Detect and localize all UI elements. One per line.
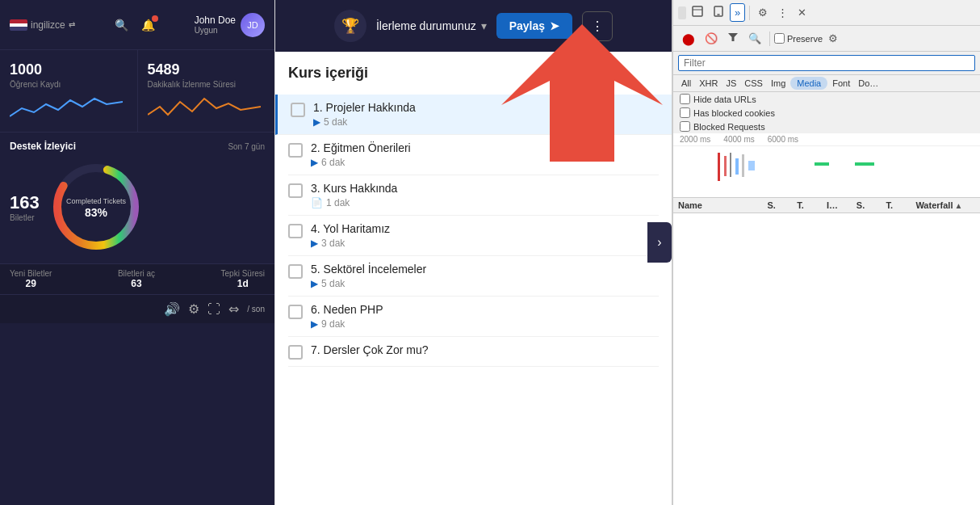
devtools-toolbar: » ⚙ ⋮ ✕ bbox=[673, 0, 980, 26]
record-button[interactable]: ⬤ bbox=[678, 30, 699, 48]
course-checkbox-1[interactable] bbox=[291, 103, 305, 117]
gauge-chart: Completed Tickets 83% bbox=[48, 158, 144, 255]
hide-data-checkbox[interactable] bbox=[680, 94, 690, 104]
device-icon-btn[interactable] bbox=[709, 3, 728, 22]
svg-rect-12 bbox=[724, 156, 727, 176]
settings-icon[interactable]: ⚙ bbox=[188, 301, 199, 317]
bottom-toolbar: 🔊 ⚙ ⛶ ⇔ / son bbox=[0, 294, 274, 323]
stat-label-students: Öğrenci Kaydı bbox=[10, 80, 128, 89]
col-name: Name bbox=[678, 200, 767, 210]
volume-icon[interactable]: 🔊 bbox=[164, 301, 180, 317]
paylas-label: Paylaş bbox=[509, 19, 545, 32]
filter-network-btn[interactable] bbox=[723, 29, 743, 48]
preserve-settings-btn[interactable]: ⚙ bbox=[824, 30, 842, 47]
tab-font[interactable]: Font bbox=[829, 77, 853, 90]
progress-button[interactable]: İlerleme durumunuz ▾ bbox=[376, 19, 487, 32]
tab-css[interactable]: CSS bbox=[741, 77, 766, 90]
play-icon-1: ▶ bbox=[313, 116, 320, 128]
course-checkbox-4[interactable] bbox=[288, 224, 303, 238]
settings-gear-btn[interactable]: ⚙ bbox=[754, 4, 772, 21]
stat-card-duration: 5489 Dakikalık İzlenme Süresi bbox=[138, 50, 275, 132]
filter-tabs: All XHR JS CSS Img Media Font Do… bbox=[673, 75, 980, 92]
blocked-requests-label[interactable]: Blocked Requests bbox=[680, 121, 765, 132]
paylas-button[interactable]: Paylaş ➤ bbox=[496, 13, 572, 39]
more-options-button[interactable]: ⋮ bbox=[582, 11, 613, 41]
tab-do[interactable]: Do… bbox=[855, 77, 882, 90]
share-icon: ➤ bbox=[550, 19, 559, 32]
tab-xhr[interactable]: XHR bbox=[696, 77, 721, 90]
svg-rect-6 bbox=[693, 6, 702, 16]
course-checkbox-3[interactable] bbox=[288, 183, 303, 198]
search-icon[interactable]: 🔍 bbox=[115, 19, 128, 32]
course-item-dur-1: 5 dak bbox=[324, 116, 347, 128]
course-item-meta-5: ▶ 5 dak bbox=[311, 278, 659, 289]
course-checkbox-6[interactable] bbox=[288, 305, 303, 319]
svg-rect-17 bbox=[815, 162, 829, 166]
user-sub: Uygun bbox=[195, 26, 236, 35]
destek-section: Destek İzleyici Son 7 gün 163 Biletler bbox=[0, 133, 274, 263]
hide-data-label[interactable]: Hide data URLs bbox=[680, 94, 756, 104]
expand-panel-btn[interactable]: » bbox=[730, 3, 745, 22]
course-item-info-1: 1. Projeler Hakkında ▶ 5 dak bbox=[313, 101, 659, 128]
tab-all[interactable]: All bbox=[678, 77, 694, 90]
col-t1: T. bbox=[797, 200, 827, 210]
network-table-header: Name S. T. I… S. T. Waterfall ▲ bbox=[673, 198, 980, 213]
course-item-meta-2: ▶ 6 dak bbox=[311, 157, 659, 168]
tab-js[interactable]: JS bbox=[722, 77, 739, 90]
bilet-val: 163 bbox=[10, 192, 40, 213]
course-item-7[interactable]: 7. Dersler Çok Zor mu? bbox=[288, 337, 659, 367]
play-icon-6: ▶ bbox=[311, 318, 318, 330]
svg-rect-16 bbox=[748, 161, 755, 170]
course-item-title-4: 4. Yol Haritamız bbox=[311, 222, 659, 235]
scroll-indicator bbox=[678, 6, 686, 19]
course-content-area[interactable]: Kurs içeriği 1. Projeler Hakkında ▶ 5 da… bbox=[275, 52, 672, 502]
network-rows-area[interactable] bbox=[673, 213, 980, 505]
svg-rect-18 bbox=[855, 162, 874, 166]
course-item-title-5: 5. Sektörel İncelemeler bbox=[311, 263, 659, 276]
tab-img[interactable]: Img bbox=[768, 77, 789, 90]
col-waterfall-label: Waterfall bbox=[915, 200, 953, 210]
preserve-checkbox[interactable] bbox=[774, 33, 785, 44]
destek-content: 163 Biletler bbox=[10, 158, 265, 255]
course-item-2[interactable]: 2. Eğitmen Önerileri ▶ 6 dak bbox=[288, 135, 659, 175]
blocked-requests-checkbox[interactable] bbox=[680, 121, 690, 132]
course-checkbox-5[interactable] bbox=[288, 264, 303, 279]
timeline-area: 2000 ms 4000 ms 6000 ms bbox=[673, 133, 980, 198]
close-devtools-btn[interactable]: ✕ bbox=[794, 4, 810, 21]
clear-button[interactable]: 🚫 bbox=[701, 30, 722, 47]
expand-icon[interactable]: ⛶ bbox=[207, 302, 220, 317]
svg-rect-13 bbox=[730, 153, 731, 177]
bstat-new-tickets: Yeni Biletler 29 bbox=[10, 269, 52, 289]
course-item-6[interactable]: 6. Neden PHP ▶ 9 dak bbox=[288, 297, 659, 337]
course-item-5[interactable]: 5. Sektörel İncelemeler ▶ 5 dak bbox=[288, 256, 659, 297]
course-item-3[interactable]: 3. Kurs Hakkında 📄 1 dak bbox=[288, 175, 659, 216]
course-content-title: Kurs içeriği bbox=[288, 65, 659, 82]
wave-chart-students bbox=[10, 92, 128, 120]
expand-button[interactable]: › bbox=[647, 222, 672, 263]
arrows-icon[interactable]: ⇔ bbox=[228, 301, 239, 317]
left-dashboard-panel: ingilizce ⇄ 🔍 🔔 John Doe Uygun JD bbox=[0, 0, 274, 505]
stat-card-students: 1000 Öğrenci Kaydı bbox=[0, 50, 138, 132]
course-checkbox-7[interactable] bbox=[288, 345, 303, 360]
preserve-label[interactable]: Preserve bbox=[774, 33, 823, 44]
course-item-info-5: 5. Sektörel İncelemeler ▶ 5 dak bbox=[311, 263, 659, 289]
blocked-cookies-label[interactable]: Has blocked cookies bbox=[680, 107, 775, 118]
bilet-label: Biletler bbox=[10, 213, 40, 222]
blocked-requests-text: Blocked Requests bbox=[693, 122, 765, 132]
course-item-meta-1: ▶ 5 dak bbox=[313, 116, 659, 128]
wave-chart-duration bbox=[148, 92, 266, 120]
col-i: I… bbox=[827, 200, 856, 210]
search-network-btn[interactable]: 🔍 bbox=[744, 30, 765, 47]
more-options-devtools-btn[interactable]: ⋮ bbox=[773, 4, 792, 21]
language-selector[interactable]: ingilizce ⇄ bbox=[10, 19, 75, 31]
stat-value-students: 1000 bbox=[10, 61, 128, 78]
course-panel: 🏆 İlerleme durumunuz ▾ Paylaş ➤ ⋮ Kurs i… bbox=[274, 0, 672, 505]
tab-media[interactable]: Media bbox=[790, 77, 827, 90]
blocked-cookies-checkbox[interactable] bbox=[680, 107, 690, 118]
course-item-4[interactable]: 4. Yol Haritamız ▶ 3 dak bbox=[288, 216, 659, 256]
course-item-1[interactable]: 1. Projeler Hakkında ▶ 5 dak bbox=[275, 95, 672, 135]
filter-input[interactable] bbox=[678, 55, 975, 71]
inspect-icon-btn[interactable] bbox=[688, 3, 707, 22]
bell-icon[interactable]: 🔔 bbox=[141, 19, 155, 32]
course-checkbox-2[interactable] bbox=[288, 143, 303, 158]
